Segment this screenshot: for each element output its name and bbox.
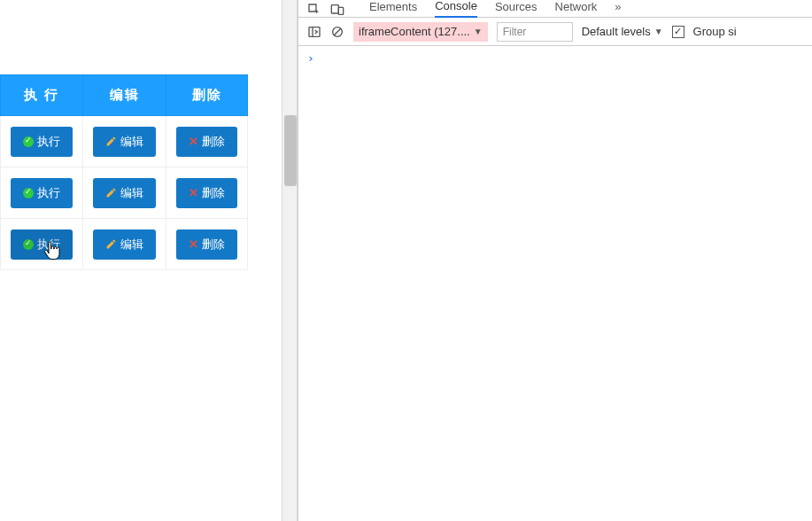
run-button[interactable]: 执行 — [11, 229, 73, 260]
run-button-label: 执行 — [37, 237, 60, 253]
group-similar-label: Group si — [693, 25, 737, 38]
delete-button[interactable]: ✕ 删除 — [176, 229, 237, 260]
svg-line-5 — [334, 28, 341, 35]
table-row: 执行 编辑 ✕ 删除 — [1, 167, 248, 219]
console-filter-input[interactable] — [497, 22, 573, 42]
delete-button-label: 删除 — [202, 185, 225, 201]
console-sidebar-toggle-icon[interactable] — [307, 25, 321, 39]
svg-rect-1 — [338, 7, 343, 14]
pencil-icon — [105, 187, 117, 198]
edit-button-label: 编辑 — [120, 237, 143, 253]
delete-button[interactable]: ✕ 删除 — [176, 178, 237, 208]
tabs-overflow[interactable]: » — [615, 0, 621, 17]
console-toolbar: iframeContent (127.... ▼ Default levels … — [298, 18, 812, 46]
action-table-body: 执行 编辑 ✕ 删除 — [1, 116, 248, 270]
col-header-edit: 编辑 — [83, 75, 166, 116]
check-circle-icon — [23, 239, 34, 250]
app-scrollbar[interactable] — [282, 0, 298, 521]
col-header-delete: 删除 — [166, 75, 248, 116]
x-icon: ✕ — [189, 135, 198, 148]
x-icon: ✕ — [189, 186, 198, 199]
tab-console[interactable]: Console — [435, 0, 477, 18]
run-button-label: 执行 — [37, 134, 60, 150]
scrollbar-thumb[interactable] — [284, 115, 297, 186]
chevron-down-icon: ▼ — [474, 27, 483, 36]
tab-elements[interactable]: Elements — [369, 0, 417, 17]
edit-button[interactable]: 编辑 — [93, 178, 156, 208]
delete-button[interactable]: ✕ 删除 — [176, 127, 237, 157]
run-button-label: 执行 — [37, 185, 60, 201]
edit-button-label: 编辑 — [120, 185, 143, 201]
tab-network[interactable]: Network — [555, 0, 598, 17]
check-circle-icon — [23, 188, 34, 198]
run-button[interactable]: 执行 — [11, 127, 73, 157]
run-button[interactable]: 执行 — [11, 178, 73, 208]
pencil-icon — [105, 238, 117, 250]
devtools-tabs: Elements Console Sources Network » — [298, 0, 812, 18]
console-output[interactable]: › — [298, 46, 812, 70]
context-selector[interactable]: iframeContent (127.... ▼ — [353, 22, 488, 42]
delete-button-label: 删除 — [202, 134, 225, 150]
edit-button[interactable]: 编辑 — [93, 127, 156, 157]
edit-button[interactable]: 编辑 — [93, 229, 156, 260]
group-similar-checkbox[interactable]: ✓ — [672, 26, 684, 38]
col-header-run: 执 行 — [1, 75, 83, 116]
log-levels-label: Default levels — [582, 25, 651, 38]
device-toolbar-icon[interactable] — [330, 3, 344, 17]
context-selector-label: iframeContent (127.... — [359, 25, 470, 38]
clear-console-icon[interactable] — [330, 25, 344, 39]
devtools-panel: Elements Console Sources Network » ifram… — [298, 0, 812, 521]
table-row: 执行 编辑 ✕ 删除 — [1, 219, 248, 270]
svg-rect-0 — [331, 5, 338, 13]
edit-button-label: 编辑 — [120, 134, 143, 150]
check-circle-icon — [23, 136, 34, 147]
console-prompt-icon: › — [307, 51, 314, 65]
chevron-down-icon: ▼ — [654, 27, 663, 36]
x-icon: ✕ — [189, 237, 198, 251]
inspect-element-icon[interactable] — [307, 3, 321, 17]
pencil-icon — [105, 136, 117, 147]
table-row: 执行 编辑 ✕ 删除 — [1, 116, 248, 167]
delete-button-label: 删除 — [202, 237, 225, 253]
app-panel: 执 行 编辑 删除 执行 编辑 — [0, 0, 282, 521]
action-table: 执 行 编辑 删除 执行 编辑 — [0, 74, 248, 270]
tab-sources[interactable]: Sources — [495, 0, 537, 17]
log-levels-selector[interactable]: Default levels ▼ — [582, 25, 663, 38]
